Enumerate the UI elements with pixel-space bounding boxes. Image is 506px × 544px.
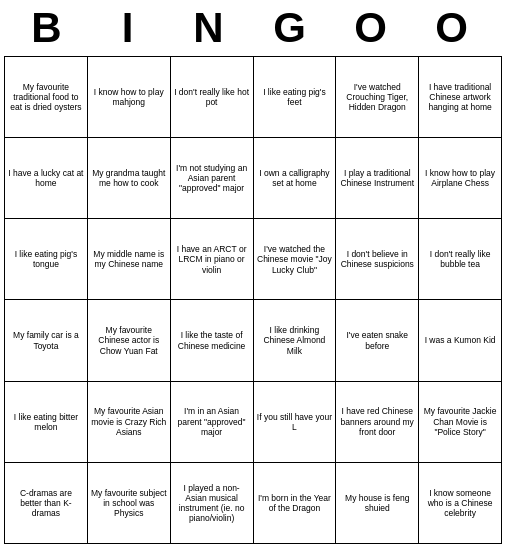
title-o2: O (415, 4, 496, 52)
bingo-cell-2: I don't really like hot pot (171, 57, 254, 138)
bingo-cell-19: My favourite Chinese actor is Chow Yuan … (88, 300, 171, 381)
bingo-cell-28: I have red Chinese banners around my fro… (336, 382, 419, 463)
bingo-cell-21: I like drinking Chinese Almond Milk (254, 300, 337, 381)
title-n: N (172, 4, 253, 52)
title-b: B (10, 4, 91, 52)
bingo-cell-11: I know how to play Airplane Chess (419, 138, 502, 219)
bingo-title: B I N G O O (0, 0, 506, 56)
title-g: G (253, 4, 334, 52)
bingo-cell-24: I like eating bitter melon (5, 382, 88, 463)
bingo-cell-5: I have traditional Chinese artwork hangi… (419, 57, 502, 138)
bingo-cell-7: My grandma taught me how to cook (88, 138, 171, 219)
title-o1: O (334, 4, 415, 52)
bingo-cell-23: I was a Kumon Kid (419, 300, 502, 381)
bingo-cell-8: I'm not studying an Asian parent "approv… (171, 138, 254, 219)
bingo-cell-32: I played a non-Asian musical instrument … (171, 463, 254, 544)
bingo-cell-31: My favourite subject in school was Physi… (88, 463, 171, 544)
bingo-cell-27: If you still have your L (254, 382, 337, 463)
bingo-cell-30: C-dramas are better than K-dramas (5, 463, 88, 544)
bingo-cell-15: I've watched the Chinese movie "Joy Luck… (254, 219, 337, 300)
bingo-cell-20: I like the taste of Chinese medicine (171, 300, 254, 381)
bingo-cell-6: I have a lucky cat at home (5, 138, 88, 219)
bingo-cell-10: I play a traditional Chinese Instrument (336, 138, 419, 219)
title-i: I (91, 4, 172, 52)
bingo-cell-13: My middle name is my Chinese name (88, 219, 171, 300)
bingo-cell-18: My family car is a Toyota (5, 300, 88, 381)
bingo-cell-9: I own a calligraphy set at home (254, 138, 337, 219)
bingo-cell-35: I know someone who is a Chinese celebrit… (419, 463, 502, 544)
bingo-cell-4: I've watched Crouching Tiger, Hidden Dra… (336, 57, 419, 138)
bingo-cell-0: My favourite traditional food to eat is … (5, 57, 88, 138)
bingo-cell-22: I've eaten snake before (336, 300, 419, 381)
bingo-cell-26: I'm in an Asian parent "approved" major (171, 382, 254, 463)
bingo-cell-12: I like eating pig's tongue (5, 219, 88, 300)
bingo-cell-25: My favourite Asian movie is Crazy Rich A… (88, 382, 171, 463)
bingo-grid: My favourite traditional food to eat is … (4, 56, 502, 544)
bingo-cell-34: My house is feng shuied (336, 463, 419, 544)
bingo-cell-3: I like eating pig's feet (254, 57, 337, 138)
bingo-cell-16: I don't believe in Chinese suspicions (336, 219, 419, 300)
bingo-cell-29: My favourite Jackie Chan Movie is "Polic… (419, 382, 502, 463)
bingo-cell-17: I don't really like bubble tea (419, 219, 502, 300)
bingo-cell-14: I have an ARCT or LRCM in piano or violi… (171, 219, 254, 300)
bingo-cell-1: I know how to play mahjong (88, 57, 171, 138)
bingo-cell-33: I'm born in the Year of the Dragon (254, 463, 337, 544)
